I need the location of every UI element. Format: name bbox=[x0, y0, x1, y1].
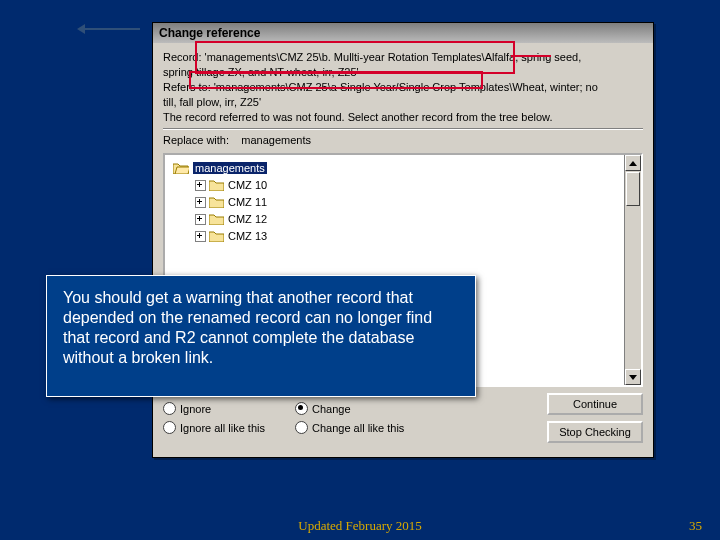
continue-button[interactable]: Continue bbox=[547, 393, 643, 415]
ignore-radio[interactable] bbox=[163, 402, 176, 415]
expand-icon[interactable] bbox=[195, 214, 206, 225]
change-all-label: Change all like this bbox=[312, 422, 404, 434]
tree-root-label: managements bbox=[193, 162, 267, 174]
tree-item[interactable]: CMZ 12 bbox=[167, 211, 639, 227]
refers-text-2: till, fall plow, irr, Z25' bbox=[163, 96, 261, 108]
highlight-box-refers bbox=[189, 71, 483, 89]
replace-value: managements bbox=[241, 134, 311, 146]
separator bbox=[163, 128, 643, 130]
folder-icon bbox=[209, 180, 224, 191]
tree-item-label: CMZ 12 bbox=[228, 213, 267, 225]
tree-root[interactable]: managements bbox=[167, 160, 639, 176]
page-number: 35 bbox=[689, 518, 702, 534]
not-found-msg: The record referred to was not found. Se… bbox=[163, 111, 553, 123]
pointer-arrow bbox=[80, 28, 140, 30]
tree-item[interactable]: CMZ 11 bbox=[167, 194, 639, 210]
replace-label: Replace with: bbox=[163, 134, 229, 146]
expand-icon[interactable] bbox=[195, 197, 206, 208]
folder-icon bbox=[209, 231, 224, 242]
footer-text: Updated February 2015 bbox=[0, 518, 720, 534]
stop-checking-button[interactable]: Stop Checking bbox=[547, 421, 643, 443]
scroll-down-button[interactable] bbox=[625, 369, 641, 385]
tree-item-label: CMZ 13 bbox=[228, 230, 267, 242]
scroll-up-button[interactable] bbox=[625, 155, 641, 171]
folder-open-icon bbox=[173, 162, 189, 174]
dialog-title: Change reference bbox=[153, 23, 653, 43]
folder-icon bbox=[209, 214, 224, 225]
change-label: Change bbox=[312, 403, 351, 415]
tree-item-label: CMZ 11 bbox=[228, 196, 267, 208]
highlight-underline bbox=[511, 55, 551, 57]
explanation-callout: You should get a warning that another re… bbox=[46, 275, 476, 397]
ignore-label: Ignore bbox=[180, 403, 211, 415]
scrollbar[interactable] bbox=[624, 155, 641, 385]
expand-icon[interactable] bbox=[195, 180, 206, 191]
tree-item[interactable]: CMZ 10 bbox=[167, 177, 639, 193]
highlight-box-record bbox=[195, 41, 515, 74]
change-radio[interactable] bbox=[295, 402, 308, 415]
expand-icon[interactable] bbox=[195, 231, 206, 242]
ignore-all-label: Ignore all like this bbox=[180, 422, 265, 434]
scroll-thumb[interactable] bbox=[626, 172, 640, 206]
ignore-all-radio[interactable] bbox=[163, 421, 176, 434]
tree-item[interactable]: CMZ 13 bbox=[167, 228, 639, 244]
tree-item-label: CMZ 10 bbox=[228, 179, 267, 191]
change-all-radio[interactable] bbox=[295, 421, 308, 434]
folder-icon bbox=[209, 197, 224, 208]
